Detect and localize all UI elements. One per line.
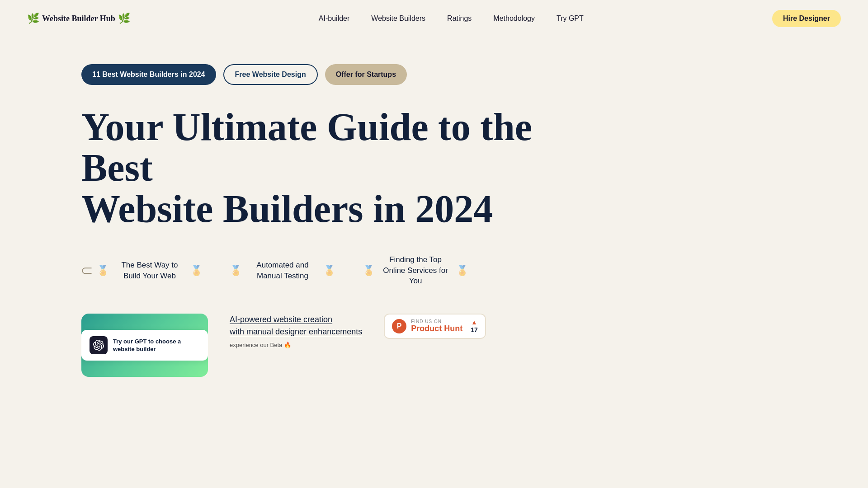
product-hunt-logo: P [392, 319, 406, 333]
laurel-right-3: 🏅 [456, 265, 468, 277]
hero-heading-line2: Website Builders in 2024 [81, 187, 493, 230]
logo-wreath-left: 🌿 [27, 13, 39, 24]
badge-testing: 🏅 Automated and Manual Testing 🏅 [230, 260, 335, 282]
hero-heading: Your Ultimate Guide to the Best Website … [81, 107, 579, 229]
ai-text-block: AI-powered website creationwith manual d… [230, 314, 362, 348]
logo-wreath-right: 🌿 [118, 13, 130, 24]
laurel-left-1: 🏅 [97, 265, 109, 277]
badge-best-text: The Best Way to Build Your Web [113, 260, 186, 282]
badge-testing-text: Automated and Manual Testing [246, 260, 319, 282]
gpt-icon [90, 336, 108, 354]
upvote-count: 17 [471, 326, 478, 333]
product-hunt-find-us: FIND US ON [411, 319, 462, 324]
pills-row: 11 Best Website Builders in 2024 Free We… [81, 64, 787, 85]
main-content: 11 Best Website Builders in 2024 Free We… [0, 37, 868, 377]
badge-best: ⸦ 🏅 The Best Way to Build Your Web 🏅 [81, 260, 203, 282]
gpt-card[interactable]: Try our GPT to choose a website builder [81, 314, 208, 377]
product-hunt-text: FIND US ON Product Hunt [411, 319, 462, 333]
gpt-card-label: Try our GPT to choose a website builder [113, 338, 200, 353]
laurel-left-2: 🏅 [230, 265, 242, 277]
laurel-right-1: 🏅 [190, 265, 203, 277]
product-hunt-name: Product Hunt [411, 324, 462, 333]
logo[interactable]: 🌿 Website Builder Hub 🌿 [27, 13, 130, 24]
wreath-left-icon-1: ⸦ [81, 263, 92, 278]
laurel-right-2: 🏅 [323, 265, 335, 277]
laurel-left-3: 🏅 [363, 265, 375, 277]
product-hunt-upvote[interactable]: ▲ 17 [471, 319, 478, 333]
pill-best-builders[interactable]: 11 Best Website Builders in 2024 [81, 64, 216, 85]
nav-links: AI-builder Website Builders Ratings Meth… [319, 14, 584, 23]
ai-main-text: AI-powered website creationwith manual d… [230, 314, 362, 338]
pill-startups[interactable]: Offer for Startups [325, 64, 407, 85]
product-hunt-badge[interactable]: P FIND US ON Product Hunt ▲ 17 [384, 314, 486, 339]
badges-row: ⸦ 🏅 The Best Way to Build Your Web 🏅 🏅 A… [81, 254, 787, 286]
nav-methodology[interactable]: Methodology [493, 14, 535, 22]
nav-website-builders[interactable]: Website Builders [371, 14, 425, 22]
badge-services: 🏅 Finding the Top Online Services for Yo… [363, 254, 468, 286]
nav-try-gpt[interactable]: Try GPT [557, 14, 584, 22]
hero-heading-line1: Your Ultimate Guide to the Best [81, 105, 532, 189]
nav-ai-builder[interactable]: AI-builder [319, 14, 349, 22]
badge-services-text: Finding the Top Online Services for You [379, 254, 452, 286]
pill-free-design[interactable]: Free Website Design [223, 64, 318, 85]
cards-row: Try our GPT to choose a website builder … [81, 314, 787, 377]
ai-beta-text: experience our Beta 🔥 [230, 342, 362, 348]
navbar: 🌿 Website Builder Hub 🌿 AI-builder Websi… [0, 0, 868, 37]
logo-text: Website Builder Hub [42, 14, 115, 23]
hire-designer-button[interactable]: Hire Designer [772, 10, 841, 27]
gpt-card-inner: Try our GPT to choose a website builder [81, 330, 208, 361]
nav-ratings[interactable]: Ratings [447, 14, 472, 22]
upvote-arrow-icon: ▲ [471, 319, 477, 326]
